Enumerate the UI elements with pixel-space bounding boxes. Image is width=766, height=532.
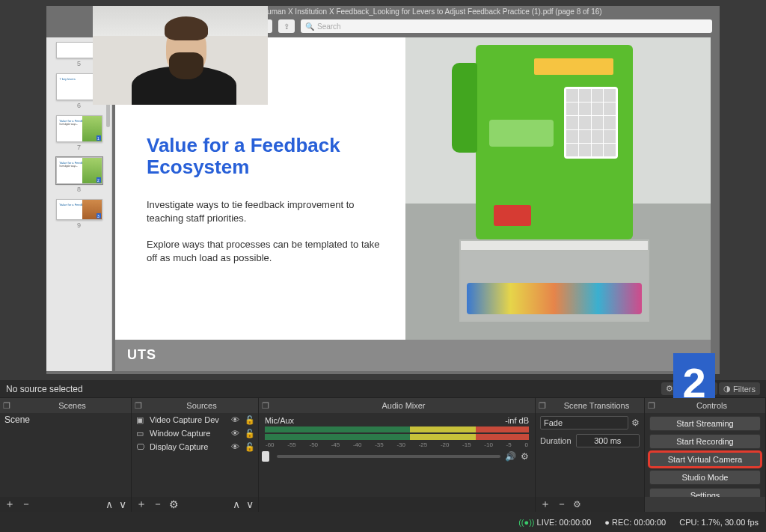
source-display-capture[interactable]: 🖵Display Capture👁🔓 <box>132 440 258 453</box>
duration-input[interactable]: 300 ms <box>576 434 640 447</box>
search-input[interactable]: 🔍Search <box>301 19 712 33</box>
remove-transition-button[interactable]: － <box>557 498 567 511</box>
audio-meter <box>265 426 529 432</box>
source-window-capture[interactable]: ▭Window Capture👁🔓 <box>132 426 258 440</box>
monitor-icon: 🖵 <box>135 442 145 451</box>
undock-icon[interactable]: ❐ <box>536 401 549 411</box>
filter-icon: ◑ <box>723 384 731 394</box>
source-video-capture[interactable]: ▣Video Capture Dev👁🔓 <box>132 413 258 426</box>
visibility-icon[interactable]: 👁 <box>230 415 240 424</box>
document-title: L+T Forum - Human X Institution X Feedba… <box>218 7 602 16</box>
lock-icon[interactable]: 🔓 <box>245 442 255 452</box>
volume-slider[interactable] <box>277 455 500 458</box>
remove-source-button[interactable]: － <box>153 498 163 511</box>
scene-item[interactable]: Scene <box>4 415 126 425</box>
db-scale: -60-55-50-45-40-35-30-25-20-15-10-50 <box>265 441 529 448</box>
transition-settings-icon[interactable]: ⚙ <box>631 418 640 428</box>
visibility-icon[interactable]: 👁 <box>230 442 240 451</box>
add-scene-button[interactable]: ＋ <box>4 498 15 511</box>
thumb-7[interactable]: Value for a FeedbackInvestigate ways...1 <box>56 115 102 142</box>
slide-image <box>405 37 711 340</box>
controls-panel: ❐Controls Start Streaming Start Recordin… <box>645 398 766 512</box>
start-recording-button[interactable]: Start Recording <box>649 434 761 449</box>
search-icon: 🔍 <box>305 22 314 31</box>
undock-icon[interactable]: ❐ <box>645 401 658 411</box>
share-icon[interactable]: ⇪ <box>278 19 295 33</box>
gear-icon: ⚙ <box>666 384 673 394</box>
lock-icon[interactable]: 🔓 <box>245 429 255 438</box>
filters-button[interactable]: ◑Filters <box>719 382 760 395</box>
connection-indicator: ((●)) LIVE: 00:00:00 <box>518 518 591 527</box>
uts-footer: UTS <box>115 340 711 371</box>
scene-transitions-panel: ❐Scene Transitions Fade ⚙ Duration 300 m… <box>536 398 645 512</box>
studio-mode-button[interactable]: Studio Mode <box>649 470 761 485</box>
selection-bar: No source selected ⚙Properties ◑Filters <box>0 380 766 398</box>
audio-mixer-panel: ❐Audio Mixer Mic/Aux-inf dB -60-55-50-45… <box>259 398 536 512</box>
add-source-button[interactable]: ＋ <box>136 498 147 511</box>
sources-title: Sources <box>145 401 258 410</box>
transitions-title: Scene Transitions <box>549 401 644 410</box>
thumb-9[interactable]: Value for a Feedback3 <box>56 199 102 220</box>
audio-settings-icon[interactable]: ⚙ <box>521 451 529 462</box>
undock-icon[interactable]: ❐ <box>259 401 272 411</box>
start-streaming-button[interactable]: Start Streaming <box>649 416 761 431</box>
mixer-title: Audio Mixer <box>272 401 535 410</box>
speaker-icon[interactable]: 🔊 <box>505 451 516 462</box>
sources-panel: ❐Sources ▣Video Capture Dev👁🔓 ▭Window Ca… <box>132 398 259 512</box>
status-bar: ((●)) LIVE: 00:00:00 ● REC: 00:00:00 CPU… <box>0 512 766 532</box>
slide-paragraph-1: Investigate ways to tie feedback improve… <box>147 198 387 224</box>
payphone-graphic <box>476 45 633 239</box>
page-num: 7 <box>46 144 111 151</box>
duration-label: Duration <box>540 436 572 445</box>
slide-paragraph-2: Explore ways that processes can be templ… <box>147 238 387 264</box>
move-up-button[interactable]: ∧ <box>105 498 113 510</box>
recording-indicator: ● REC: 00:00:00 <box>604 518 666 527</box>
transition-config-icon[interactable]: ⚙ <box>573 499 581 510</box>
camera-icon: ▣ <box>135 415 145 425</box>
source-properties-button[interactable]: ⚙ <box>169 498 179 510</box>
add-transition-button[interactable]: ＋ <box>540 498 551 511</box>
preview-canvas: L+T Forum - Human X Institution X Feedba… <box>46 6 720 374</box>
undock-icon[interactable]: ❐ <box>0 401 13 411</box>
audio-meter <box>265 434 529 440</box>
scenes-panel: ❐Scenes Scene ＋ － ∧ ∨ <box>0 398 132 512</box>
audio-source-name: Mic/Aux <box>265 416 294 425</box>
controls-title: Controls <box>658 401 765 410</box>
window-icon: ▭ <box>135 429 145 438</box>
preview-area: L+T Forum - Human X Institution X Feedba… <box>0 0 766 380</box>
transition-select[interactable]: Fade <box>540 416 628 429</box>
cpu-stats: CPU: 1.7%, 30.00 fps <box>679 518 759 527</box>
slide-heading: Value for a Feedback Ecosystem <box>147 135 387 177</box>
move-down-button[interactable]: ∨ <box>246 498 254 510</box>
move-up-button[interactable]: ∧ <box>233 498 240 510</box>
lock-icon[interactable]: 🔓 <box>245 415 255 425</box>
page-num: 8 <box>46 186 111 193</box>
start-virtual-camera-button[interactable]: Start Virtual Camera <box>649 452 761 467</box>
move-down-button[interactable]: ∨ <box>119 498 126 510</box>
audio-level: -inf dB <box>505 416 529 425</box>
page-num: 9 <box>46 221 111 229</box>
thumb-8[interactable]: Value for a FeedbackInvestigate ways...2 <box>56 157 102 184</box>
visibility-icon[interactable]: 👁 <box>230 429 240 438</box>
scenes-title: Scenes <box>13 401 131 410</box>
remove-scene-button[interactable]: － <box>21 498 31 511</box>
settings-button[interactable]: Settings <box>649 488 761 497</box>
volume-slider-knob[interactable] <box>262 451 269 462</box>
pdf-toolbar: ✎ ▾ ✦ ⟳ ⇪ 🔍Search <box>211 19 712 33</box>
no-source-label: No source selected <box>6 384 83 394</box>
webcam-overlay <box>93 6 268 105</box>
undock-icon[interactable]: ❐ <box>132 401 145 411</box>
